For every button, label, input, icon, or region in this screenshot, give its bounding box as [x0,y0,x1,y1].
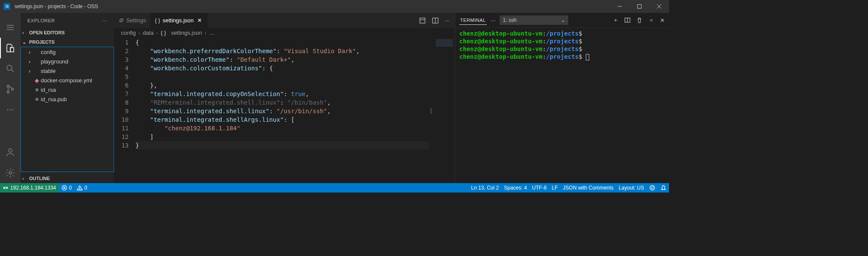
feedback-icon[interactable] [647,183,658,193]
svg-point-9 [7,85,9,87]
tree-item-playground[interactable]: ›playground [21,57,114,66]
svg-point-15 [9,149,12,152]
terminal-tab[interactable]: TERMINAL [459,16,487,25]
tab-close-icon[interactable]: ✕ [196,17,203,24]
svg-rect-1 [638,5,642,9]
terminal-panel: TERMINAL ··· 1: ssh ＋ ＜ ✕ chenz@desktop-… [455,13,669,183]
search-icon[interactable] [0,58,21,79]
tree-item-id-rsa[interactable]: ≡id_rsa [21,85,114,94]
terminal-body[interactable]: chenz@desktop-ubuntu-vm:/projects$chenz@… [455,28,669,183]
outline-section[interactable]: › OUTLINE [21,174,114,183]
breadcrumbs[interactable]: config› data› { } settings.json› … [114,28,455,37]
svg-point-10 [7,91,9,93]
tab-settings-json[interactable]: { } settings.json ✕ [151,13,208,28]
editor-sash[interactable]: ‖ [429,37,433,183]
sidebar-more-icon[interactable]: ··· [102,18,107,23]
terminal-select[interactable]: 1: ssh [500,15,568,25]
window-title: settings.json - projects - Code - OSS [15,3,610,9]
maximize-panel-icon[interactable]: ＜ [648,16,654,24]
svg-line-8 [12,70,14,72]
editor-area: ⚙ Settings { } settings.json ✕ ··· confi… [114,13,455,183]
account-icon[interactable] [0,142,21,163]
svg-point-11 [12,88,14,90]
kill-terminal-icon[interactable] [636,16,642,24]
cursor-position[interactable]: Ln 13, Col 2 [468,183,501,193]
indentation-button[interactable]: Spaces: 4 [501,183,529,193]
file-tree: ›config›playground›stable◆docker-compose… [21,47,114,172]
line-gutter: 12345678910111213 [114,37,136,183]
tree-item-stable[interactable]: ›stable [21,66,114,75]
app-icon: ⧉ [3,3,10,10]
tree-item-id-rsa-pub[interactable]: ≡id_rsa.pub [21,94,114,104]
svg-point-12 [7,109,9,111]
json-icon: { } [155,17,160,24]
encoding-button[interactable]: UTF-8 [530,183,549,193]
notifications-icon[interactable] [658,183,669,193]
open-preview-icon[interactable] [419,17,426,24]
close-button[interactable] [649,0,669,13]
menu-icon[interactable] [0,17,21,38]
svg-point-16 [9,172,12,174]
more-icon[interactable] [0,99,21,120]
gear-icon[interactable] [0,163,21,183]
explorer-sidebar: EXPLORER ··· › OPEN EDITORS ⌄ PROJECTS ›… [21,13,114,183]
code-editor[interactable]: { "workbench.preferredDarkColorTheme": "… [136,37,429,183]
split-editor-icon[interactable] [432,17,439,24]
activity-bar [0,13,21,183]
editor-more-icon[interactable]: ··· [445,17,449,24]
minimap[interactable] [433,37,455,183]
svg-rect-17 [420,18,425,23]
split-terminal-icon[interactable] [624,16,630,24]
problems-button[interactable]: 0 0 [59,183,90,193]
tree-item-docker-compose-yml[interactable]: ◆docker-compose.yml [21,75,114,85]
remote-host-button[interactable]: 192.168.1.184:1334 [0,183,59,193]
new-terminal-icon[interactable]: ＋ [613,16,618,24]
svg-point-27 [650,186,655,190]
keyboard-layout[interactable]: Layout: US [616,183,647,193]
settings-icon: ⚙ [118,17,124,24]
svg-point-26 [79,189,80,190]
project-section[interactable]: ⌄ PROJECTS [21,37,114,47]
titlebar: ⧉ settings.json - projects - Code - OSS [0,0,669,13]
svg-point-13 [10,109,11,111]
maximize-button[interactable] [630,0,649,13]
svg-point-28 [651,187,651,187]
svg-point-14 [12,109,14,111]
tree-item-config[interactable]: ›config [21,47,114,57]
source-control-icon[interactable] [0,79,21,99]
eol-button[interactable]: LF [549,183,561,193]
terminal-more-icon[interactable]: ··· [491,17,496,24]
status-bar: 192.168.1.184:1334 0 0 Ln 13, Col 2 Spac… [0,183,669,193]
open-editors-section[interactable]: › OPEN EDITORS [21,28,114,37]
language-mode-button[interactable]: JSON with Comments [561,183,616,193]
minimize-button[interactable] [610,0,630,13]
tab-settings-ui[interactable]: ⚙ Settings [114,13,151,28]
close-panel-icon[interactable]: ✕ [660,16,665,24]
tab-bar: ⚙ Settings { } settings.json ✕ ··· [114,13,455,28]
svg-point-7 [7,65,12,70]
explorer-icon[interactable] [0,38,21,58]
svg-point-29 [653,187,653,187]
sidebar-title: EXPLORER [27,18,55,23]
